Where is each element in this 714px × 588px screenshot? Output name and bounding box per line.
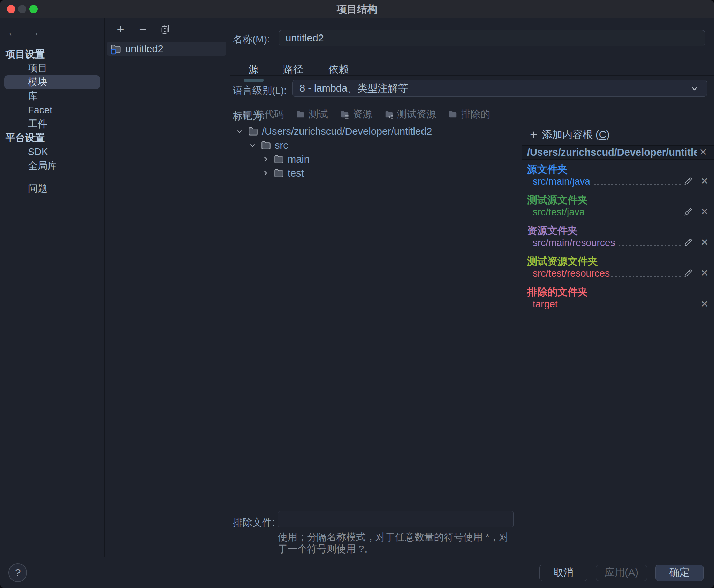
add-content-root-label: 添加内容根 (C): [542, 128, 609, 142]
root-group-resources: 资源文件夹 src/main/resources ✕: [522, 225, 714, 248]
tree-row-test[interactable]: test: [230, 166, 522, 180]
mark-as-resources-label: 资源: [353, 108, 372, 121]
close-icon[interactable]: ✕: [698, 300, 711, 309]
sidebar-item-project[interactable]: 项目: [0, 61, 104, 75]
mark-as-row: 标记为: 源代码 测试 资源 测试资源 排除的: [230, 105, 714, 124]
ok-button[interactable]: 确定: [655, 565, 704, 581]
root-group-item[interactable]: src/test/java ✕: [522, 206, 714, 218]
tree-row-label: test: [288, 168, 304, 179]
root-item-path: src/test/resources: [533, 268, 610, 279]
settings-sidebar: ← → 项目设置 项目 模块 库 Facet 工件 平台设置 SDK 全局库 问…: [0, 18, 105, 557]
root-group-label: 源文件夹: [522, 163, 714, 175]
mark-as-resources[interactable]: 资源: [340, 108, 372, 121]
apply-button[interactable]: 应用(A): [596, 565, 647, 581]
sidebar-item-facet[interactable]: Facet: [0, 103, 104, 117]
close-icon[interactable]: ✕: [698, 269, 711, 278]
folder-icon: [248, 126, 259, 137]
tree-row-label: src: [275, 140, 288, 151]
folder-icon: [273, 168, 284, 179]
sidebar-item-modules[interactable]: 模块: [4, 75, 100, 89]
add-module-button[interactable]: +: [115, 23, 127, 35]
tree-row-src[interactable]: src: [230, 138, 522, 152]
root-group-item[interactable]: src/main/java ✕: [522, 175, 714, 187]
chevron-down-icon[interactable]: [235, 126, 244, 136]
chevron-down-icon: [689, 83, 700, 94]
close-icon[interactable]: ✕: [698, 238, 711, 247]
root-group-test-sources: 测试源文件夹 src/test/java ✕: [522, 194, 714, 218]
exclude-files-hint: 使用；分隔名称模式，对于任意数量的符号使用 *，对于一个符号则使用 ?。: [278, 531, 515, 555]
pencil-icon[interactable]: [683, 207, 693, 217]
pencil-icon[interactable]: [683, 237, 693, 248]
dialog-title: 项目结构: [0, 0, 714, 18]
content-root-path: /Users/zurichscud/Developer/untitle...: [527, 147, 697, 158]
project-structure-dialog: 项目结构 ← → 项目设置 项目 模块 库 Facet 工件 平台设置 SDK …: [0, 0, 714, 588]
content-root-header-row[interactable]: /Users/zurichscud/Developer/untitle... ✕: [522, 145, 714, 160]
dotted-leader: [592, 184, 681, 185]
modules-list-panel: + − untitled2: [105, 18, 229, 557]
mark-as-tests-label: 测试: [309, 108, 328, 121]
tab-sources[interactable]: 源: [249, 56, 259, 84]
module-folder-icon: [110, 43, 122, 55]
back-arrow-icon[interactable]: ←: [7, 26, 18, 39]
mark-as-label: 标记为:: [233, 109, 265, 123]
dotted-leader: [611, 276, 681, 277]
cancel-button[interactable]: 取消: [539, 565, 587, 581]
plus-icon: +: [530, 127, 537, 142]
module-name-input[interactable]: [279, 30, 705, 46]
tree-row-root[interactable]: /Users/zurichscud/Developer/untitled2: [230, 124, 522, 138]
root-group-item[interactable]: src/test/resources ✕: [522, 267, 714, 279]
root-group-test-resources: 测试资源文件夹 src/test/resources ✕: [522, 255, 714, 279]
root-item-path: src/test/java: [533, 207, 585, 218]
tabs-separator: [230, 75, 714, 76]
close-icon[interactable]: ✕: [698, 207, 711, 217]
root-group-label: 测试资源文件夹: [522, 255, 714, 267]
content-tree-panel: /Users/zurichscud/Developer/untitled2 sr…: [230, 124, 522, 557]
pencil-icon[interactable]: [683, 176, 693, 186]
folder-icon: [260, 140, 272, 151]
mark-as-test-resources-label: 测试资源: [397, 108, 436, 121]
exclude-files-label: 排除文件:: [233, 516, 275, 529]
mark-as-test-resources[interactable]: 测试资源: [384, 108, 436, 121]
content-roots-panel: + 添加内容根 (C) /Users/zurichscud/Developer/…: [522, 124, 714, 557]
root-item-path: target: [533, 299, 558, 310]
language-level-select[interactable]: 8 - lambda、类型注解等: [292, 80, 707, 97]
mark-as-tests[interactable]: 测试: [296, 108, 328, 121]
close-icon[interactable]: ✕: [698, 177, 711, 186]
dotted-leader: [617, 245, 681, 246]
language-level-value: 8 - lambda、类型注解等: [299, 82, 408, 95]
root-item-path: src/main/resources: [533, 237, 615, 248]
chevron-right-icon[interactable]: [260, 154, 270, 164]
chevron-right-icon[interactable]: [260, 168, 270, 178]
help-button[interactable]: ?: [8, 563, 27, 582]
copy-module-icon[interactable]: [159, 23, 171, 35]
chevron-down-icon[interactable]: [248, 140, 257, 150]
tree-row-main[interactable]: main: [230, 152, 522, 166]
folder-icon: [273, 154, 284, 165]
sidebar-item-sdk[interactable]: SDK: [0, 145, 104, 159]
root-group-item[interactable]: target ✕: [522, 298, 714, 310]
root-group-label: 测试源文件夹: [522, 194, 714, 206]
module-name: untitled2: [125, 43, 164, 55]
sidebar-item-libraries[interactable]: 库: [0, 89, 104, 103]
sidebar-item-problems[interactable]: 问题: [0, 181, 104, 195]
sidebar-item-global-libraries[interactable]: 全局库: [0, 159, 104, 173]
root-group-label: 资源文件夹: [522, 225, 714, 237]
close-icon[interactable]: ✕: [697, 148, 709, 157]
exclude-files-input[interactable]: [278, 511, 514, 527]
add-content-root-button[interactable]: + 添加内容根 (C): [522, 124, 714, 145]
mark-as-excluded[interactable]: 排除的: [448, 108, 490, 121]
module-form: 名称(M): 源 路径 依赖 语言级别(L): 8 - lambda、类型注解等…: [230, 18, 714, 124]
dotted-leader: [586, 215, 681, 215]
root-group-excluded: 排除的文件夹 target ✕: [522, 286, 714, 310]
module-list-item[interactable]: untitled2: [107, 42, 226, 56]
pencil-icon[interactable]: [683, 268, 693, 278]
root-group-label: 排除的文件夹: [522, 286, 714, 298]
dialog-footer: ? 取消 应用(A) 确定: [0, 557, 714, 588]
root-group-item[interactable]: src/main/resources ✕: [522, 237, 714, 248]
forward-arrow-icon[interactable]: →: [29, 26, 40, 39]
remove-module-button[interactable]: −: [137, 23, 149, 35]
sidebar-divider: [5, 177, 99, 177]
sidebar-item-artifacts[interactable]: 工件: [0, 117, 104, 131]
mark-as-excluded-label: 排除的: [461, 108, 490, 121]
name-label: 名称(M):: [233, 33, 270, 46]
